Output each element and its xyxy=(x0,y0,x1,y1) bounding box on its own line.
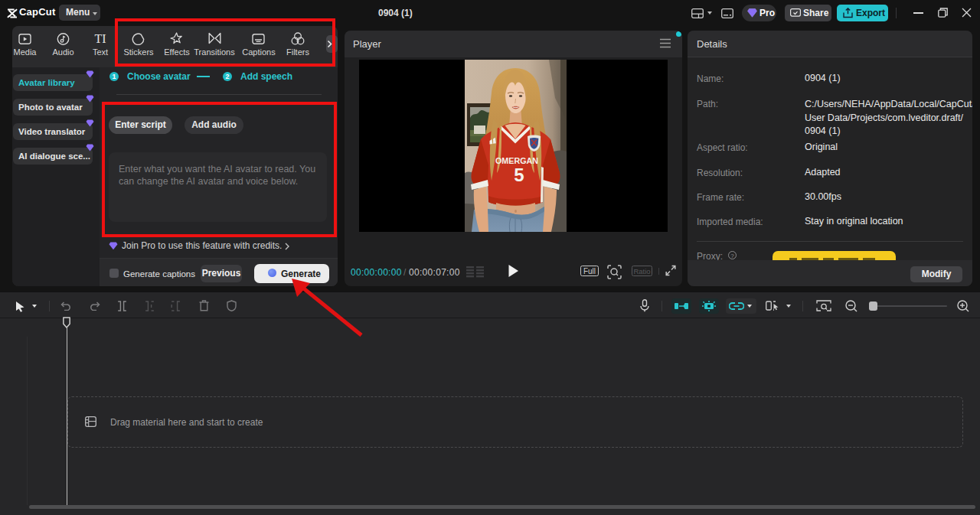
svg-text:5: 5 xyxy=(514,165,524,185)
